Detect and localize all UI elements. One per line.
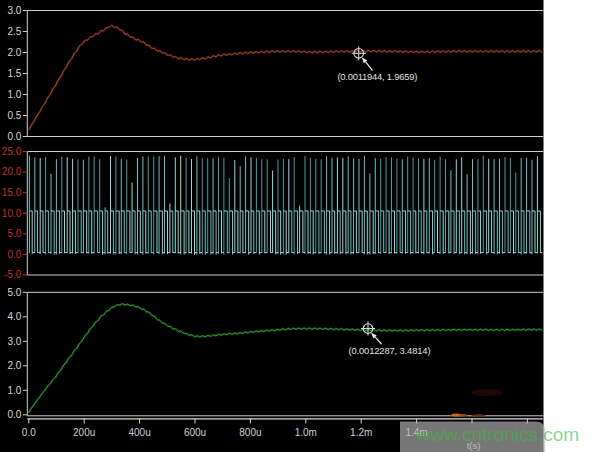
svg-text:800u: 800u xyxy=(239,427,261,438)
svg-text:1.0m: 1.0m xyxy=(295,427,317,438)
svg-text:1.2m: 1.2m xyxy=(350,427,372,438)
svg-text:5.0: 5.0 xyxy=(7,287,21,298)
svg-text:2.0: 2.0 xyxy=(7,360,21,371)
svg-text:400u: 400u xyxy=(128,427,150,438)
svg-text:200u: 200u xyxy=(73,427,95,438)
svg-text:1.0: 1.0 xyxy=(7,385,21,396)
svg-text:10.0: 10.0 xyxy=(2,208,22,219)
svg-text:600u: 600u xyxy=(184,427,206,438)
svg-text:20.0: 20.0 xyxy=(2,166,22,177)
svg-text:1.0: 1.0 xyxy=(7,89,21,100)
svg-text:0.0: 0.0 xyxy=(7,409,21,420)
svg-text:2.0: 2.0 xyxy=(7,47,21,58)
svg-text:25.0: 25.0 xyxy=(2,146,22,157)
svg-text:0.0: 0.0 xyxy=(7,131,21,142)
svg-text:4.0: 4.0 xyxy=(7,311,21,322)
svg-text:2.5: 2.5 xyxy=(7,26,21,37)
svg-text:0.5: 0.5 xyxy=(7,110,21,121)
svg-text:0.0: 0.0 xyxy=(22,427,36,438)
svg-text:-5.0: -5.0 xyxy=(4,269,22,280)
svg-text:5.0: 5.0 xyxy=(7,228,21,239)
svg-text:3.0: 3.0 xyxy=(7,336,21,347)
svg-text:3.0: 3.0 xyxy=(7,5,21,16)
svg-text:(0.0012287, 3.4814): (0.0012287, 3.4814) xyxy=(349,345,431,356)
svg-text:1.5: 1.5 xyxy=(7,68,21,79)
svg-text:15.0: 15.0 xyxy=(2,187,22,198)
svg-text:(0.0011944, 1.9659): (0.0011944, 1.9659) xyxy=(337,71,417,82)
svg-text:0.0: 0.0 xyxy=(7,249,21,260)
